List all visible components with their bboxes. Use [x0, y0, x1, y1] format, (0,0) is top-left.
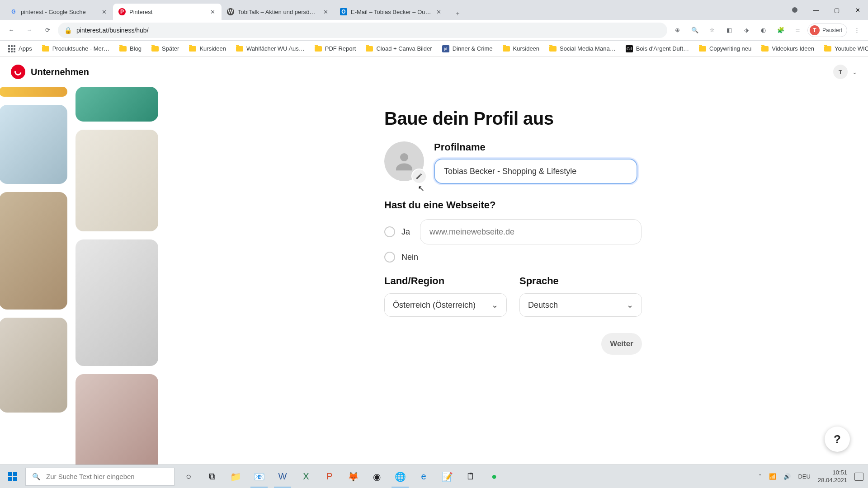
taskbar-search[interactable]: 🔍 Zur Suche Text hier eingeben — [25, 468, 175, 486]
spotify-icon[interactable]: ● — [483, 466, 505, 488]
favicon-google: G — [10, 8, 17, 15]
file-explorer-icon[interactable]: 📁 — [224, 466, 247, 488]
notepad-icon[interactable]: 📝 — [436, 466, 458, 488]
bookmark-item[interactable]: PDF Report — [310, 42, 361, 56]
profile-avatar-icon: T — [810, 25, 820, 35]
bookmark-item[interactable]: Kursideen — [498, 42, 544, 56]
toolbar: ← → ⟳ 🔒 pinterest.at/business/hub/ ⊕ 🔍 ☆… — [0, 20, 868, 41]
help-button[interactable]: ? — [825, 427, 850, 452]
bookmark-item[interactable]: jdDinner & Crime — [438, 42, 497, 56]
page-icon: Cd — [626, 45, 633, 52]
chevron-down-icon[interactable]: ⌄ — [852, 69, 857, 75]
reload-button[interactable]: ⟳ — [40, 23, 55, 38]
thumbnail-image — [75, 239, 158, 366]
profile-name-input[interactable] — [434, 159, 637, 184]
radio-no[interactable] — [384, 252, 395, 263]
close-icon[interactable]: ✕ — [435, 8, 442, 15]
folder-icon — [549, 45, 557, 52]
extension-icon[interactable]: ◧ — [722, 23, 737, 38]
start-button[interactable] — [0, 465, 25, 488]
bookmark-item[interactable]: Copywriting neu — [694, 42, 756, 56]
forward-button[interactable]: → — [22, 23, 37, 38]
profile-chip[interactable]: T Pausiert — [807, 23, 847, 37]
folder-icon — [366, 45, 373, 52]
radio-yes[interactable] — [384, 226, 395, 237]
bookmarks-bar: Apps Produktsuche - Mer… Blog Später Kur… — [0, 41, 868, 57]
bookmark-item[interactable]: Blog — [115, 42, 146, 56]
bookmark-item[interactable]: Youtube WICHTIG — [820, 42, 868, 56]
bookmark-item[interactable]: Videokurs Ideen — [757, 42, 819, 56]
extension-icon[interactable]: ◐ — [756, 23, 771, 38]
folder-icon — [699, 45, 706, 52]
bookmark-label: PDF Report — [325, 45, 356, 52]
page-icon: jd — [442, 45, 449, 52]
avatar-upload[interactable] — [384, 141, 424, 181]
folder-icon — [42, 45, 49, 52]
close-icon[interactable]: ✕ — [322, 8, 329, 15]
pencil-icon[interactable] — [412, 169, 426, 183]
search-icon: 🔍 — [32, 473, 41, 481]
volume-icon[interactable]: 🔊 — [783, 473, 791, 480]
excel-icon[interactable]: X — [295, 466, 317, 488]
bookmark-label: Wahlfächer WU Aus… — [246, 45, 305, 52]
bookmark-item[interactable]: CdBois d'Argent Duft… — [621, 42, 693, 56]
menu-icon[interactable]: ⋮ — [849, 23, 864, 38]
bookmark-label: Cload + Canva Bilder — [376, 45, 432, 52]
wifi-icon[interactable]: 📶 — [769, 473, 776, 480]
bookmark-item[interactable]: Kursideen — [184, 42, 231, 56]
close-icon[interactable]: ✕ — [100, 8, 108, 15]
notifications-icon[interactable] — [854, 473, 863, 481]
bookmark-label: Copywriting neu — [709, 45, 751, 52]
website-input[interactable] — [420, 219, 642, 244]
time-text: 10:51 — [818, 469, 847, 476]
extension-icon[interactable]: ⬗ — [739, 23, 754, 38]
address-bar[interactable]: 🔒 pinterest.at/business/hub/ — [58, 23, 667, 38]
mail-icon[interactable]: 📧 — [248, 466, 270, 488]
close-icon[interactable]: ✕ — [209, 8, 216, 15]
bookmark-apps[interactable]: Apps — [4, 42, 37, 56]
cortana-icon[interactable]: ○ — [177, 466, 200, 488]
edge-icon[interactable]: e — [412, 466, 435, 488]
bookmark-label: Bois d'Argent Duft… — [636, 45, 689, 52]
language-select[interactable]: Deutsch ⌄ — [519, 293, 642, 317]
next-button[interactable]: Weiter — [601, 333, 642, 355]
folder-icon — [189, 45, 196, 52]
back-button[interactable]: ← — [4, 23, 19, 38]
obs-icon[interactable]: ◉ — [365, 466, 388, 488]
tab-google-search[interactable]: G pinterest - Google Suche ✕ — [5, 4, 113, 20]
tab-tobitalk[interactable]: W TobiTalk – Aktien und persönlich… ✕ — [222, 4, 335, 20]
minimize-button[interactable]: ― — [806, 2, 826, 18]
firefox-icon[interactable]: 🦊 — [342, 466, 364, 488]
bookmark-item[interactable]: Später — [147, 42, 184, 56]
maximize-button[interactable]: ▢ — [826, 2, 847, 18]
language-indicator[interactable]: DEU — [798, 473, 810, 480]
bookmark-item[interactable]: Cload + Canva Bilder — [361, 42, 436, 56]
new-tab-button[interactable]: ＋ — [451, 7, 464, 20]
bookmark-item[interactable]: Produktsuche - Mer… — [38, 42, 114, 56]
powerpoint-icon[interactable]: P — [318, 466, 341, 488]
word-icon[interactable]: W — [271, 466, 294, 488]
bookmark-star-icon[interactable]: ☆ — [704, 23, 720, 38]
bookmark-item[interactable]: Wahlfächer WU Aus… — [231, 42, 309, 56]
bookmark-label: Youtube WICHTIG — [835, 45, 868, 52]
notes-icon[interactable]: 🗒 — [459, 466, 482, 488]
task-view-icon[interactable]: ⧉ — [201, 466, 223, 488]
country-select[interactable]: Österreich (Österreich) ⌄ — [384, 293, 507, 317]
extensions-puzzle-icon[interactable]: 🧩 — [773, 23, 788, 38]
chrome-icon[interactable]: 🌐 — [389, 466, 411, 488]
tab-strip: G pinterest - Google Suche ✕ P Pinterest… — [0, 0, 868, 20]
tray-expand-icon[interactable]: ˄ — [759, 473, 762, 480]
bookmark-label: Später — [162, 45, 179, 52]
account-indicator-icon[interactable] — [792, 7, 797, 13]
chevron-down-icon: ⌄ — [627, 300, 633, 310]
header-avatar[interactable]: T — [833, 65, 848, 79]
bookmark-item[interactable]: Social Media Mana… — [545, 42, 620, 56]
tab-pinterest[interactable]: P Pinterest ✕ — [113, 4, 222, 20]
zoom-icon[interactable]: 🔍 — [687, 23, 703, 38]
reading-list-icon[interactable]: ≣ — [790, 23, 806, 38]
pinterest-logo-icon[interactable] — [11, 65, 25, 79]
clock[interactable]: 10:51 28.04.2021 — [818, 469, 847, 484]
close-window-button[interactable]: ✕ — [847, 2, 868, 18]
install-app-icon[interactable]: ⊕ — [670, 23, 685, 38]
tab-outlook[interactable]: O E-Mail – Tobias Becker – Outlook ✕ — [335, 4, 448, 20]
